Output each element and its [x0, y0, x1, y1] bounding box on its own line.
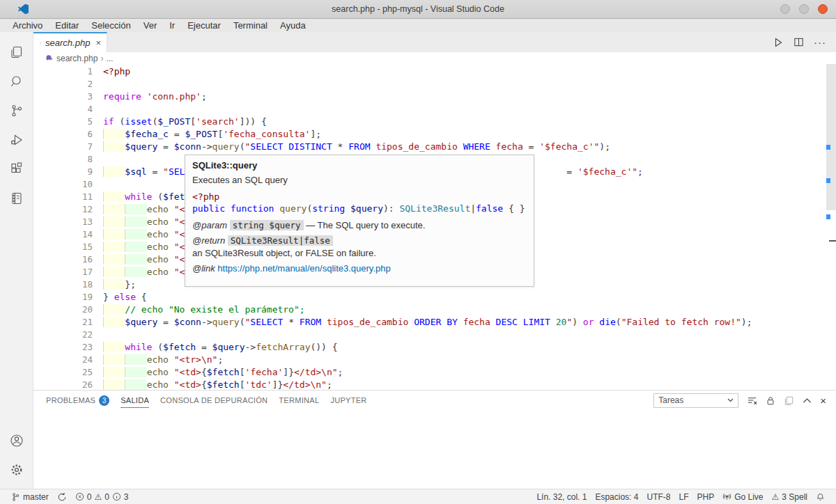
scrollbar-thumb[interactable]	[826, 64, 836, 210]
close-button[interactable]	[818, 4, 828, 14]
menu-seleccion[interactable]: Selección	[85, 20, 137, 31]
code-line[interactable]: 1<?php	[33, 65, 836, 78]
breadcrumb[interactable]: search.php › ...	[33, 52, 836, 64]
code-line[interactable]: 19} else {	[33, 291, 836, 304]
editor-scrollbar[interactable]	[826, 64, 836, 390]
line-number[interactable]: 15	[33, 241, 93, 253]
cursor-position[interactable]: Lín. 32, col. 1	[532, 492, 591, 502]
settings-gear-icon[interactable]	[0, 455, 33, 485]
line-number[interactable]: 11	[33, 191, 93, 203]
line-number[interactable]: 3	[33, 90, 93, 103]
split-panel-icon[interactable]	[784, 395, 794, 406]
line-number[interactable]: 22	[33, 329, 93, 341]
line-number[interactable]: 4	[33, 103, 93, 116]
line-number[interactable]: 8	[33, 153, 93, 166]
code-line[interactable]: 5if (isset($_POST['search'])) {	[33, 116, 836, 128]
tooltip-link-row: @link https://php.net/manual/en/sqlite3.…	[192, 263, 527, 274]
split-editor-icon[interactable]	[794, 37, 804, 47]
code-line[interactable]: 24 echo "<tr>\n";	[33, 354, 836, 366]
code-line[interactable]: 23 while ($fetch = $query->fetchArray())…	[33, 341, 836, 354]
line-number[interactable]: 13	[33, 216, 93, 228]
code-line[interactable]: 21 $query = $conn->query("SELECT * FROM …	[33, 316, 836, 329]
encoding-setting[interactable]: UTF-8	[642, 492, 674, 502]
chevron-up-icon[interactable]	[803, 397, 812, 404]
php-file-icon	[40, 38, 41, 49]
line-number[interactable]: 6	[33, 128, 93, 141]
line-number[interactable]: 10	[33, 178, 93, 191]
code-line[interactable]: 7 $query = $conn->query("SELECT DISTINCT…	[33, 141, 836, 153]
run-file-icon[interactable]	[773, 37, 784, 48]
menu-archivo[interactable]: Archivo	[6, 20, 49, 31]
panel-tab-terminal[interactable]: TERMINAL	[273, 391, 325, 410]
close-panel-icon[interactable]: ×	[820, 395, 826, 407]
line-number[interactable]: 20	[33, 304, 93, 316]
minimize-button[interactable]	[780, 4, 790, 14]
code-line[interactable]: 22	[33, 329, 836, 341]
code-line[interactable]: 6 $fecha_c = $_POST['fecha_consulta'];	[33, 128, 836, 141]
menu-terminal[interactable]: Terminal	[227, 20, 274, 31]
branch-indicator[interactable]: master	[7, 492, 53, 502]
panel-tab-jupyter[interactable]: JUPYTER	[325, 391, 372, 410]
code-line[interactable]: 2	[33, 78, 836, 90]
line-number[interactable]: 1	[33, 65, 93, 78]
indentation-setting[interactable]: Espacios: 4	[591, 492, 642, 502]
line-number[interactable]: 25	[33, 366, 93, 379]
output-channel-select[interactable]: Tareas	[653, 393, 738, 408]
spell-checker-status[interactable]: ⚠ 3 Spell	[768, 492, 812, 502]
menu-ver[interactable]: Ver	[137, 20, 164, 31]
line-number[interactable]: 21	[33, 316, 93, 329]
code-line[interactable]: 20 // echo "No existe el parámetro";	[33, 304, 836, 316]
lock-icon[interactable]	[766, 395, 775, 406]
explorer-icon[interactable]	[0, 38, 33, 67]
maximize-button[interactable]	[799, 4, 809, 14]
git-branch-icon	[11, 492, 20, 502]
notifications-button[interactable]	[812, 492, 829, 502]
code-line[interactable]: 4	[33, 103, 836, 116]
search-icon[interactable]	[0, 67, 33, 96]
menu-ir[interactable]: Ir	[163, 20, 181, 31]
breadcrumb-more[interactable]: ...	[106, 54, 113, 63]
tab-search-php[interactable]: search.php ×	[33, 32, 107, 52]
clear-output-icon[interactable]	[747, 395, 757, 406]
line-number[interactable]: 14	[33, 228, 93, 241]
panel-tab-consola[interactable]: CONSOLA DE DEPURACIÓN	[155, 391, 273, 410]
line-number[interactable]: 23	[33, 341, 93, 354]
line-number[interactable]: 12	[33, 203, 93, 216]
line-number[interactable]: 16	[33, 253, 93, 266]
menu-ayuda[interactable]: Ayuda	[274, 20, 312, 31]
line-number[interactable]: 18	[33, 278, 93, 291]
language-mode[interactable]: PHP	[692, 492, 718, 502]
output-channel-label: Tareas	[658, 395, 683, 405]
line-number[interactable]: 7	[33, 141, 93, 153]
overview-cursor-marker	[829, 240, 836, 242]
breadcrumb-file[interactable]: search.php	[56, 54, 98, 63]
code-line[interactable]: 26 echo "<td>{$fetch['tdc']}</td>\n";	[33, 379, 836, 390]
source-control-icon[interactable]	[0, 96, 33, 125]
extensions-icon[interactable]	[0, 155, 33, 184]
panel-tab-problemas[interactable]: PROBLEMAS 3	[40, 391, 115, 410]
notebook-icon[interactable]	[0, 184, 33, 213]
go-live-button[interactable]: Go Live	[718, 492, 767, 502]
line-number[interactable]: 24	[33, 354, 93, 366]
tab-close-icon[interactable]: ×	[95, 38, 101, 48]
tooltip-param-row: @param string $query — The SQL query to …	[192, 220, 527, 230]
line-number[interactable]: 5	[33, 116, 93, 128]
line-number[interactable]: 17	[33, 266, 93, 278]
code-line[interactable]: 25 echo "<td>{$fetch['fecha']}</td>\n";	[33, 366, 836, 379]
sync-changes-button[interactable]	[53, 492, 71, 502]
eol-setting[interactable]: LF	[674, 492, 692, 502]
line-number[interactable]: 9	[33, 166, 93, 178]
menu-ejecutar[interactable]: Ejecutar	[181, 20, 227, 31]
code-line[interactable]: 3require 'conn.php';	[33, 90, 836, 103]
line-number[interactable]: 19	[33, 291, 93, 304]
problems-summary[interactable]: 0 ⚠ 0 3	[71, 492, 133, 502]
menu-editar[interactable]: Editar	[49, 20, 85, 31]
panel-tab-salida[interactable]: SALIDA	[115, 391, 155, 410]
line-number[interactable]: 26	[33, 379, 93, 390]
line-number[interactable]: 2	[33, 78, 93, 90]
more-actions-icon[interactable]: ···	[814, 36, 826, 48]
account-icon[interactable]	[0, 426, 33, 455]
panel-tab-label: PROBLEMAS	[46, 396, 95, 404]
run-debug-icon[interactable]	[0, 125, 33, 155]
tooltip-link[interactable]: https://php.net/manual/en/sqlite3.query.…	[217, 263, 390, 274]
